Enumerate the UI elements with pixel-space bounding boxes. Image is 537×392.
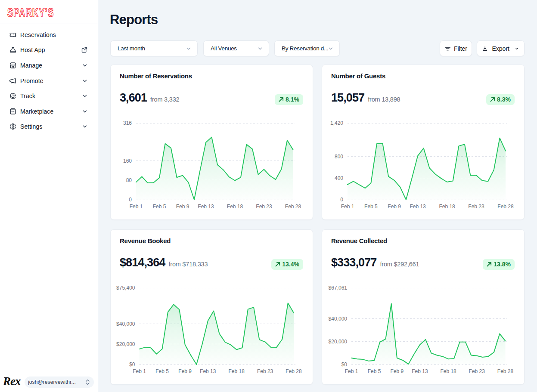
svg-text:Feb 1: Feb 1 [133,368,146,374]
svg-text:Feb 28: Feb 28 [285,204,301,210]
svg-text:Feb 1: Feb 1 [341,204,354,210]
svg-text:$0: $0 [341,361,348,367]
svg-text:316: 316 [123,120,132,126]
svg-text:Feb 28: Feb 28 [497,368,514,374]
svg-text:Feb 18: Feb 18 [229,368,245,374]
svg-text:$67,061: $67,061 [329,285,348,291]
svg-text:0: 0 [129,197,132,203]
svg-text:0: 0 [340,197,343,203]
svg-text:$20,000: $20,000 [116,341,135,347]
svg-text:Feb 5: Feb 5 [368,368,381,374]
svg-text:400: 400 [335,175,343,181]
svg-text:800: 800 [335,154,343,160]
svg-text:160: 160 [123,158,132,164]
svg-text:$20,000: $20,000 [329,339,348,345]
svg-text:Feb 18: Feb 18 [227,204,243,210]
svg-text:Feb 18: Feb 18 [439,204,455,210]
svg-text:Feb 23: Feb 23 [469,368,485,374]
svg-text:Feb 9: Feb 9 [176,204,189,210]
svg-text:$0: $0 [129,361,135,367]
svg-text:1,420: 1,420 [330,120,343,126]
svg-text:$40,000: $40,000 [329,316,348,322]
svg-text:Feb 1: Feb 1 [345,368,358,374]
svg-text:Feb 28: Feb 28 [497,204,514,210]
svg-text:Feb 18: Feb 18 [440,368,456,374]
svg-text:Feb 5: Feb 5 [153,204,166,210]
svg-text:Feb 28: Feb 28 [286,368,302,374]
svg-text:$40,000: $40,000 [116,321,135,327]
svg-text:80: 80 [126,177,132,183]
svg-text:Feb 13: Feb 13 [198,204,214,210]
svg-text:Feb 9: Feb 9 [388,204,401,210]
svg-text:Feb 5: Feb 5 [155,368,169,374]
svg-text:Feb 9: Feb 9 [178,368,192,374]
svg-text:Feb 13: Feb 13 [410,204,426,210]
svg-text:Feb 23: Feb 23 [256,204,272,210]
svg-text:Feb 23: Feb 23 [257,368,273,374]
svg-text:Feb 5: Feb 5 [364,204,378,210]
svg-text:Feb 1: Feb 1 [130,204,143,210]
svg-text:Feb 13: Feb 13 [200,368,216,374]
svg-text:$75,400: $75,400 [116,285,135,291]
svg-text:Feb 13: Feb 13 [412,368,428,374]
svg-text:Feb 9: Feb 9 [391,368,404,374]
svg-text:Feb 23: Feb 23 [468,204,484,210]
